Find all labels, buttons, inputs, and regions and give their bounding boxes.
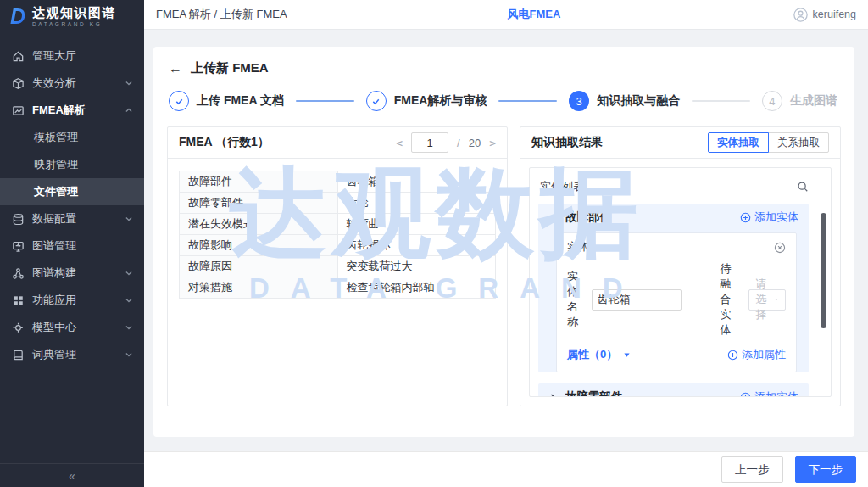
section-header[interactable]: 故障部件 添加实体 [538,204,809,231]
logo[interactable]: D 达观知识图谱 DATAGRAND KG [0,0,144,32]
step-indicator: 上传 FMEA 文档 FMEA解析与审核 3 知识抽取与融合 4 生成图谱 [169,91,837,111]
step-1: 上传 FMEA 文档 [169,91,284,111]
monitor-icon [12,240,25,253]
page-prev-icon[interactable]: < [396,137,403,149]
sidebar-item-function-apps[interactable]: 功能应用 [0,287,144,314]
chevron-down-icon [125,323,133,332]
extraction-panel: 知识抽取结果 实体抽取 关系抽取 实体列表 [520,126,841,406]
entity-name-input[interactable] [592,289,682,311]
username: keruifeng [813,8,856,20]
home-icon [12,50,25,63]
entity-name-label: 实体名称 [567,269,585,330]
entity-card-title: 实体1 [567,240,594,255]
sidebar-item-file-manage[interactable]: 文件管理 [0,178,144,205]
add-attribute-button[interactable]: 添加属性 [727,347,786,362]
plus-circle-icon [740,212,751,223]
chevron-down-icon [774,295,779,304]
sidebar-item-model-center[interactable]: 模型中心 [0,314,144,341]
close-circle-icon[interactable] [774,242,786,254]
section-title: 故障部件 [565,210,611,225]
chevron-down-icon [125,269,133,277]
entity-card: 实体1 实体名称 待融合实体 请选择 [556,232,797,372]
previous-step-button[interactable]: 上一步 [721,456,783,483]
scrollbar-thumb[interactable] [821,213,826,328]
document-title-link[interactable]: 风电FMEA [508,7,561,22]
sidebar-item-data-config[interactable]: 数据配置 [0,205,144,232]
table-row: 潜在失效模式轴弯曲 [180,214,496,235]
add-entity-button[interactable]: 添加实体 [740,210,798,225]
sidebar-item-template-manage[interactable]: 模板管理 [0,124,144,151]
book-icon [12,349,25,361]
step-number: 4 [762,91,782,111]
fmea-table: 故障部件齿轮箱 故障零部件齿轮 潜在失效模式轴弯曲 故障影响齿轮损坏 故障原因突… [179,171,496,299]
chevron-up-icon [125,106,133,115]
step-label: 知识抽取与融合 [597,93,680,109]
extraction-tabs: 实体抽取 关系抽取 [708,132,829,153]
sidebar-item-dictionary-manage[interactable]: 词典管理 [0,341,144,368]
breadcrumb: FMEA 解析 / 上传新 FMEA [156,7,287,22]
plus-circle-icon [740,392,751,398]
step-number: 3 [569,91,589,111]
logo-subtitle: DATAGRAND KG [32,21,116,27]
apps-icon [12,294,25,307]
topbar: FMEA 解析 / 上传新 FMEA 风电FMEA keruifeng [144,0,868,30]
merge-entity-label: 待融合实体 [721,261,743,338]
page-next-icon[interactable]: > [489,137,496,149]
step-connector [296,100,354,102]
entity-list-title: 实体列表 [540,179,584,194]
pagination: < / 20 > [396,132,496,153]
table-row: 故障原因突变载荷过大 [180,256,496,277]
model-icon [12,322,25,334]
page-number-input[interactable] [411,132,448,153]
user-menu[interactable]: keruifeng [793,8,856,22]
image-icon [12,104,25,117]
table-row: 对策措施检查齿轮箱内部轴 [180,277,496,299]
page-separator: / [457,137,460,149]
entity-section-fault-component: 故障零部件 添加实体 [538,383,809,397]
main-content: ← 上传新 FMEA 上传 FMEA 文档 FMEA解析与审核 3 知识抽取与融… [144,30,868,487]
check-icon [366,91,387,111]
sidebar-item-graph-build[interactable]: 图谱构建 [0,260,144,287]
fmea-row-panel: FMEA （行数1） < / 20 > 故障部件齿轮箱 故障零部件齿轮 潜在失效… [167,126,508,406]
attributes-toggle[interactable]: 属性（0） [567,347,631,362]
sidebar-item-admin-hall[interactable]: 管理大厅 [0,42,144,70]
sidebar: D 达观知识图谱 DATAGRAND KG 管理大厅 失效分析 FMEA解析 模… [0,0,144,487]
extraction-panel-title: 知识抽取结果 [531,135,603,150]
footer-bar: 上一步 下一步 [144,451,868,487]
search-icon[interactable] [797,181,809,193]
page-title: 上传新 FMEA [191,60,269,76]
graph-icon [12,267,25,280]
sidebar-item-failure-analysis[interactable]: 失效分析 [0,70,144,97]
chevron-down-icon [125,350,133,359]
step-label: FMEA解析与审核 [394,93,487,109]
sidebar-collapse-button[interactable]: « [0,463,144,487]
back-arrow-icon[interactable]: ← [169,62,182,76]
sidebar-item-fmea-parse[interactable]: FMEA解析 [0,97,144,124]
caret-down-icon [623,351,631,359]
next-step-button[interactable]: 下一步 [795,456,857,483]
logo-icon: D [10,6,25,27]
check-icon [169,91,189,111]
sidebar-item-graph-manage[interactable]: 图谱管理 [0,232,144,260]
chevron-down-icon [125,79,133,87]
step-connector [498,100,557,102]
logo-title: 达观知识图谱 [32,5,116,20]
database-icon [12,213,25,226]
sidebar-item-mapping-manage[interactable]: 映射管理 [0,151,144,178]
chevron-down-icon [125,296,133,305]
cube-icon [12,77,25,90]
tab-entity-extraction[interactable]: 实体抽取 [708,132,769,153]
user-avatar-icon [793,8,808,22]
add-entity-button[interactable]: 添加实体 [740,389,798,397]
step-4: 4 生成图谱 [762,91,837,111]
upload-card: ← 上传新 FMEA 上传 FMEA 文档 FMEA解析与审核 3 知识抽取与融… [153,47,854,437]
section-header[interactable]: 故障零部件 添加实体 [538,383,809,397]
section-title: 故障零部件 [565,389,623,397]
merge-entity-select[interactable]: 请选择 [748,289,786,311]
sidebar-menu: 管理大厅 失效分析 FMEA解析 模板管理 映射管理 文件管理 数据配置 图谱 [0,32,144,368]
step-3: 3 知识抽取与融合 [569,91,680,111]
step-connector [692,100,750,102]
plus-circle-icon [727,350,738,361]
table-row: 故障部件齿轮箱 [180,171,496,193]
tab-relation-extraction[interactable]: 关系抽取 [768,132,829,153]
